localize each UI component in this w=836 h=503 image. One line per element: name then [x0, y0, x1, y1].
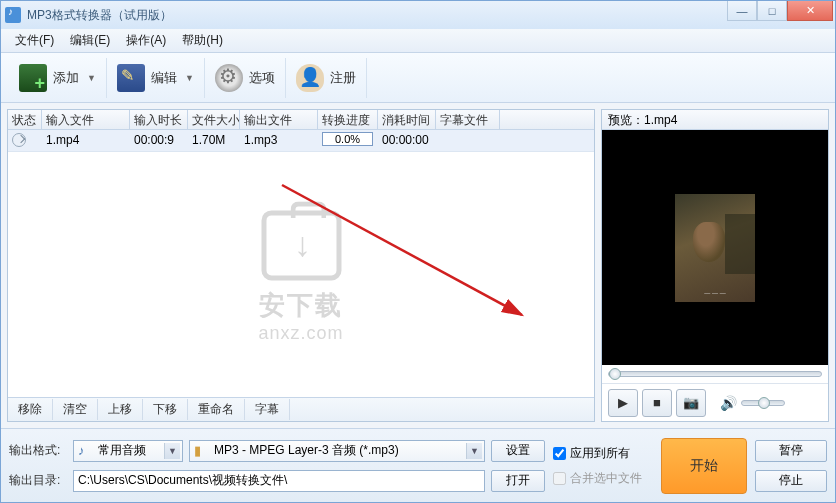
col-size[interactable]: 文件大小: [188, 110, 240, 129]
download-icon: [261, 210, 341, 280]
edit-button[interactable]: 编辑 ▼: [107, 58, 205, 98]
moveup-button[interactable]: 上移: [98, 399, 143, 420]
bottom-panel: 输出格式: ♪ 常用音频 ▼ ▮ MP3 - MPEG Layer-3 音频 (…: [1, 428, 835, 502]
minimize-button[interactable]: —: [727, 1, 757, 21]
menu-help[interactable]: 帮助(H): [174, 30, 231, 51]
titlebar: MP3格式转换器（试用版） — □ ✕: [1, 1, 835, 29]
seek-thumb[interactable]: [609, 368, 621, 380]
category-combo[interactable]: ♪ 常用音频 ▼: [73, 440, 183, 462]
cell-size: 1.70M: [188, 130, 240, 151]
preview-panel: 预览：1.mp4 — — — ▶ ■ 📷 🔊: [601, 109, 829, 422]
settings-button[interactable]: 设置: [491, 440, 545, 462]
options-button[interactable]: 选项: [205, 58, 286, 98]
cell-subtitle: [436, 130, 500, 151]
svg-line-0: [282, 185, 522, 315]
movedown-button[interactable]: 下移: [143, 399, 188, 420]
stop-button[interactable]: ■: [642, 389, 672, 417]
menu-action[interactable]: 操作(A): [118, 30, 174, 51]
stop-conv-button[interactable]: 停止: [755, 470, 827, 492]
volume-icon: 🔊: [720, 395, 737, 411]
cell-input: 1.mp4: [42, 130, 130, 151]
merge-checkbox[interactable]: 合并选中文件: [553, 470, 653, 487]
progress-bar: 0.0%: [322, 132, 373, 146]
col-duration[interactable]: 输入时长: [130, 110, 188, 129]
chevron-down-icon: ▼: [185, 73, 194, 83]
apply-all-checkbox[interactable]: 应用到所有: [553, 445, 653, 462]
table-body: 1.mp4 00:00:9 1.70M 1.mp3 0.0% 00:00:00 …: [8, 130, 594, 397]
add-icon: [19, 64, 47, 92]
seek-slider[interactable]: [608, 371, 822, 377]
user-icon: [296, 64, 324, 92]
format-combo[interactable]: ▮ MP3 - MPEG Layer-3 音频 (*.mp3) ▼: [189, 440, 485, 462]
edit-icon: [117, 64, 145, 92]
clear-button[interactable]: 清空: [53, 399, 98, 420]
rename-button[interactable]: 重命名: [188, 399, 245, 420]
table-row[interactable]: 1.mp4 00:00:9 1.70M 1.mp3 0.0% 00:00:00: [8, 130, 594, 152]
col-progress[interactable]: 转换进度: [318, 110, 378, 129]
chevron-down-icon: ▼: [164, 443, 180, 459]
cell-elapsed: 00:00:00: [378, 130, 436, 151]
output-format-label: 输出格式:: [9, 442, 67, 459]
cell-duration: 00:00:9: [130, 130, 188, 151]
main-area: 状态 输入文件 输入时长 文件大小 输出文件 转换进度 消耗时间 字幕文件 1.…: [1, 103, 835, 428]
volume-thumb[interactable]: [758, 397, 770, 409]
table-headers: 状态 输入文件 输入时长 文件大小 输出文件 转换进度 消耗时间 字幕文件: [8, 110, 594, 130]
app-icon: [5, 7, 21, 23]
subtitle-button[interactable]: 字幕: [245, 399, 290, 420]
preview-area[interactable]: — — —: [602, 130, 828, 365]
format-icon: ▮: [194, 443, 210, 459]
remove-button[interactable]: 移除: [8, 399, 53, 420]
col-status[interactable]: 状态: [8, 110, 42, 129]
video-thumbnail: — — —: [675, 194, 755, 302]
chevron-down-icon: ▼: [466, 443, 482, 459]
pause-button[interactable]: 暂停: [755, 440, 827, 462]
start-button[interactable]: 开始: [661, 438, 747, 494]
chevron-down-icon: ▼: [87, 73, 96, 83]
output-dir-input[interactable]: [73, 470, 485, 492]
music-icon: ♪: [78, 443, 94, 459]
col-elapsed[interactable]: 消耗时间: [378, 110, 436, 129]
menu-file[interactable]: 文件(F): [7, 30, 62, 51]
maximize-button[interactable]: □: [757, 1, 787, 21]
player-controls: ▶ ■ 📷 🔊: [602, 383, 828, 421]
col-input[interactable]: 输入文件: [42, 110, 130, 129]
menu-edit[interactable]: 编辑(E): [62, 30, 118, 51]
subtitle-overlay: — — —: [675, 290, 755, 296]
clock-icon: [12, 133, 26, 147]
watermark: 安下载 anxz.com: [258, 210, 343, 344]
toolbar: 添加 ▼ 编辑 ▼ 选项 注册: [1, 53, 835, 103]
file-list-panel: 状态 输入文件 输入时长 文件大小 输出文件 转换进度 消耗时间 字幕文件 1.…: [7, 109, 595, 422]
window-title: MP3格式转换器（试用版）: [27, 7, 172, 24]
play-button[interactable]: ▶: [608, 389, 638, 417]
register-button[interactable]: 注册: [286, 58, 367, 98]
volume-slider[interactable]: [741, 400, 785, 406]
gear-icon: [215, 64, 243, 92]
add-button[interactable]: 添加 ▼: [9, 58, 107, 98]
close-button[interactable]: ✕: [787, 1, 833, 21]
cell-output: 1.mp3: [240, 130, 318, 151]
preview-label: 预览：1.mp4: [602, 110, 828, 130]
arrow-annotation: [272, 175, 532, 325]
list-actions: 移除 清空 上移 下移 重命名 字幕: [8, 397, 594, 421]
output-dir-label: 输出目录:: [9, 472, 67, 489]
menubar: 文件(F) 编辑(E) 操作(A) 帮助(H): [1, 29, 835, 53]
col-output[interactable]: 输出文件: [240, 110, 318, 129]
snapshot-button[interactable]: 📷: [676, 389, 706, 417]
open-button[interactable]: 打开: [491, 470, 545, 492]
col-subtitle[interactable]: 字幕文件: [436, 110, 500, 129]
app-window: MP3格式转换器（试用版） — □ ✕ 文件(F) 编辑(E) 操作(A) 帮助…: [0, 0, 836, 503]
